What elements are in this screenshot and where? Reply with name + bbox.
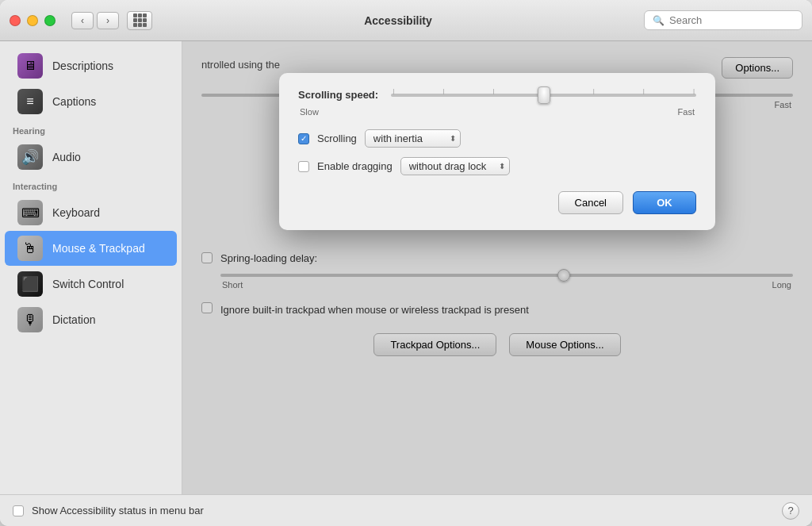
traffic-lights bbox=[10, 15, 56, 26]
ok-button[interactable]: OK bbox=[633, 191, 696, 214]
sidebar-item-keyboard[interactable]: ⌨ Keyboard bbox=[5, 195, 177, 230]
main-content: 🖥 Descriptions ≡ Captions Hearing 🔊 Audi… bbox=[0, 41, 812, 494]
interacting-section-label: Interacting bbox=[0, 175, 182, 194]
sidebar-item-mouse-trackpad[interactable]: 🖱 Mouse & Trackpad bbox=[5, 231, 177, 266]
back-button[interactable]: ‹ bbox=[71, 12, 94, 29]
sidebar-label-audio: Audio bbox=[52, 151, 81, 163]
modal-speed-label: Scrolling speed: bbox=[298, 89, 378, 101]
help-button[interactable]: ? bbox=[782, 502, 799, 520]
descriptions-icon: 🖥 bbox=[17, 53, 43, 79]
dragging-select-wrapper[interactable]: without drag lock with drag lock three f… bbox=[400, 157, 510, 175]
sidebar-item-switch-control[interactable]: ⬛ Switch Control bbox=[5, 267, 177, 301]
window-title: Accessibility bbox=[160, 14, 636, 27]
dragging-label: Enable dragging bbox=[317, 160, 393, 172]
audio-icon: 🔊 bbox=[17, 144, 43, 170]
hearing-section-label: Hearing bbox=[0, 120, 182, 139]
sidebar-label-descriptions: Descriptions bbox=[52, 60, 113, 72]
scrolling-select-wrapper[interactable]: with inertia without inertia ⬍ bbox=[365, 129, 461, 148]
nav-buttons: ‹ › bbox=[71, 12, 119, 29]
modal-slider-labels: Slow Fast bbox=[298, 107, 696, 117]
bottom-bar: Show Accessibility status in menu bar ? bbox=[0, 494, 812, 526]
sidebar-item-dictation[interactable]: 🎙 Dictation bbox=[5, 302, 177, 337]
search-bar[interactable]: 🔍 bbox=[644, 10, 802, 30]
keyboard-icon: ⌨ bbox=[17, 200, 43, 225]
modal-buttons: Cancel OK bbox=[298, 191, 696, 214]
modal-dialog: Scrolling speed: | | | | | | | bbox=[279, 73, 715, 230]
sidebar-label-switch-control: Switch Control bbox=[52, 278, 124, 290]
modal-fast-label: Fast bbox=[678, 107, 695, 117]
close-button[interactable] bbox=[10, 15, 21, 26]
sidebar-item-descriptions[interactable]: 🖥 Descriptions bbox=[5, 48, 177, 83]
search-input[interactable] bbox=[669, 14, 794, 26]
sidebar: 🖥 Descriptions ≡ Captions Hearing 🔊 Audi… bbox=[0, 41, 182, 494]
accessibility-status-label: Show Accessibility status in menu bar bbox=[32, 505, 204, 516]
modal-dragging-row: Enable dragging without drag lock with d… bbox=[298, 157, 696, 175]
forward-button[interactable]: › bbox=[97, 12, 119, 29]
scrolling-label: Scrolling bbox=[317, 132, 357, 144]
accessibility-status-checkbox[interactable] bbox=[13, 505, 24, 516]
modal-slider-track[interactable]: | | | | | | | bbox=[391, 94, 696, 97]
modal-scrolling-row: ✓ Scrolling with inertia without inertia… bbox=[298, 129, 696, 148]
sidebar-label-captions: Captions bbox=[52, 95, 96, 108]
search-icon: 🔍 bbox=[653, 15, 665, 26]
sidebar-label-mouse-trackpad: Mouse & Trackpad bbox=[52, 242, 145, 255]
captions-icon: ≡ bbox=[17, 89, 43, 114]
dragging-select[interactable]: without drag lock with drag lock three f… bbox=[400, 157, 510, 175]
right-panel: ntrolled using the Options... Fast bbox=[182, 41, 812, 494]
sidebar-label-dictation: Dictation bbox=[52, 313, 95, 326]
modal-speed-row: Scrolling speed: | | | | | | | bbox=[298, 89, 696, 101]
minimize-button[interactable] bbox=[27, 15, 38, 26]
scrolling-select[interactable]: with inertia without inertia bbox=[365, 129, 461, 148]
modal-slider-thumb[interactable] bbox=[538, 86, 550, 104]
switch-control-icon: ⬛ bbox=[17, 271, 43, 297]
modal-slow-label: Slow bbox=[300, 107, 319, 117]
dictation-icon: 🎙 bbox=[17, 307, 43, 332]
scrolling-checkbox[interactable]: ✓ bbox=[298, 133, 309, 144]
dragging-checkbox[interactable] bbox=[298, 161, 309, 172]
cancel-button[interactable]: Cancel bbox=[558, 191, 623, 214]
modal-overlay: Scrolling speed: | | | | | | | bbox=[182, 41, 812, 494]
window: ‹ › Accessibility 🔍 🖥 Descriptions bbox=[0, 0, 812, 526]
grid-view-button[interactable] bbox=[127, 11, 152, 30]
mouse-trackpad-icon: 🖱 bbox=[17, 236, 43, 261]
sidebar-item-captions[interactable]: ≡ Captions bbox=[5, 84, 177, 119]
sidebar-item-audio[interactable]: 🔊 Audio bbox=[5, 140, 177, 175]
titlebar: ‹ › Accessibility 🔍 bbox=[0, 0, 812, 41]
maximize-button[interactable] bbox=[44, 15, 56, 26]
sidebar-label-keyboard: Keyboard bbox=[52, 206, 100, 219]
grid-icon bbox=[133, 13, 147, 27]
